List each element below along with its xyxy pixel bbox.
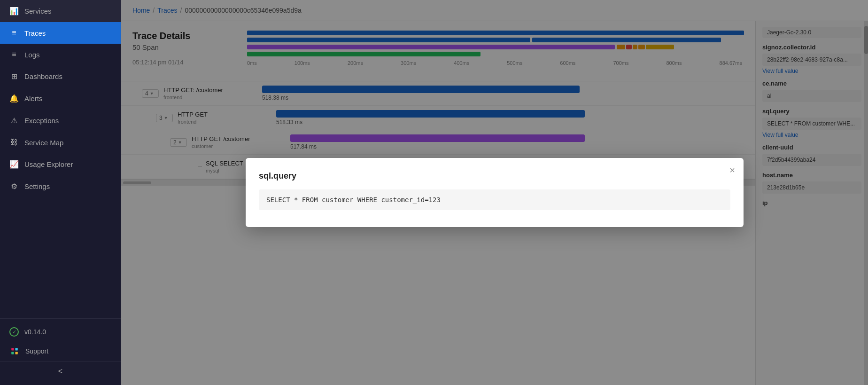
sidebar-item-services[interactable]: 📊 Services [0,0,121,22]
sidebar-item-dashboards[interactable]: ⊞ Dashboards [0,65,121,87]
bell-icon: 🔔 [9,94,19,103]
gear-icon: ⚙ [9,182,19,191]
sidebar-item-settings[interactable]: ⚙ Settings [0,175,121,197]
logs-icon: ≡ [9,50,19,59]
sidebar-item-label: Services [24,7,52,15]
sidebar-item-usage-explorer[interactable]: 📈 Usage Explorer [0,153,121,175]
sidebar-item-alerts[interactable]: 🔔 Alerts [0,87,121,110]
svg-rect-1 [16,348,18,350]
svg-rect-2 [11,352,14,354]
sidebar-collapse-button[interactable]: < [0,361,121,381]
sidebar-item-label: Exceptions [24,117,59,125]
svg-rect-0 [11,348,14,350]
service-map-icon: ⛓ [9,138,19,147]
sidebar-item-exceptions[interactable]: ⚠ Exceptions [0,110,121,132]
modal-title: sql.query [259,171,730,181]
svg-rect-3 [16,352,18,354]
support-label: Support [25,347,48,355]
sidebar-item-traces[interactable]: ≡ Traces [0,22,121,44]
bar-chart-icon: 📊 [9,7,19,16]
sidebar-item-label: Logs [24,51,40,59]
sidebar-item-label: Alerts [24,94,42,102]
sidebar-version: ✓ v0.14.0 [0,322,121,341]
sidebar-item-logs[interactable]: ≡ Logs [0,44,121,65]
sidebar-item-label: Dashboards [24,72,62,80]
modal-close-button[interactable]: × [729,165,735,175]
modal-overlay[interactable]: sql.query × SELECT * FROM customer WHERE… [121,0,868,385]
sidebar-item-label: Service Map [24,139,63,147]
dashboards-icon: ⊞ [9,72,19,81]
slack-icon [9,346,20,356]
sidebar-item-label: Settings [24,182,50,190]
modal-query-box: SELECT * FROM customer WHERE customer_id… [259,189,730,210]
version-label: v0.14.0 [24,328,46,336]
collapse-icon: < [58,367,62,376]
version-check-icon: ✓ [9,327,19,337]
warning-icon: ⚠ [9,116,19,125]
sidebar-item-label: Usage Explorer [24,160,73,168]
traces-icon: ≡ [9,29,19,37]
sidebar-bottom: ✓ v0.14.0 Support < [0,318,121,385]
sidebar-item-label: Traces [24,29,46,37]
main-content: Home / Traces / 00000000000000000c65346e… [121,0,868,385]
sql-query-modal: sql.query × SELECT * FROM customer WHERE… [246,158,744,227]
sidebar-support[interactable]: Support [0,341,121,361]
sidebar-item-service-map[interactable]: ⛓ Service Map [0,132,121,153]
sidebar: 📊 Services ≡ Traces ≡ Logs ⊞ Dashboards … [0,0,121,385]
usage-icon: 📈 [9,160,19,169]
